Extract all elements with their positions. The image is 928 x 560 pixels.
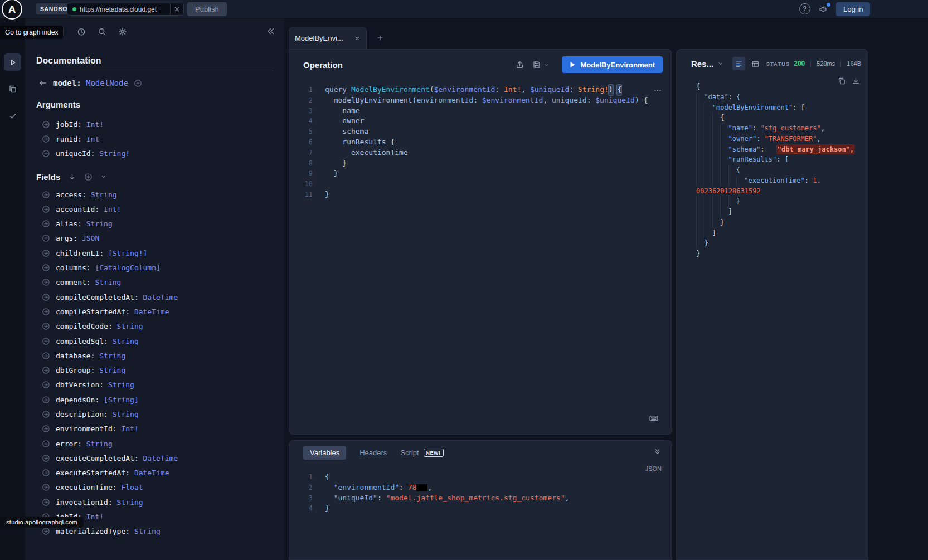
doc-field-row[interactable]: environmentId: Int!	[25, 422, 284, 436]
doc-field-row[interactable]: args: JSON	[25, 231, 284, 246]
more-options-icon[interactable]	[653, 86, 663, 95]
search-icon[interactable]	[98, 27, 106, 36]
add-field-icon[interactable]	[42, 278, 50, 286]
field-name: jobId:	[56, 120, 82, 129]
close-tab-icon[interactable]	[354, 35, 361, 42]
operation-editor[interactable]: 1query ModelByEnvironment($environmentId…	[289, 78, 672, 200]
doc-field-row[interactable]: invocationId: String	[25, 495, 284, 509]
add-field-icon[interactable]	[42, 483, 50, 491]
code-token: "TRANSFORMER"	[765, 134, 817, 144]
add-field-icon[interactable]	[42, 234, 50, 242]
doc-field-row[interactable]: childrenL1: [String!]	[25, 246, 284, 260]
tab-variables[interactable]: Variables	[303, 446, 346, 460]
chevron-down-icon[interactable]	[100, 173, 107, 180]
operation-tab[interactable]: ModelByEnvi...	[289, 27, 367, 49]
response-title[interactable]: Res...	[691, 59, 713, 69]
add-field-icon[interactable]	[42, 396, 50, 404]
copy-response-icon[interactable]	[838, 77, 846, 85]
doc-field-row[interactable]: compiledSql: String	[25, 334, 284, 348]
save-button[interactable]	[532, 60, 550, 69]
add-field-icon[interactable]	[42, 191, 50, 199]
doc-field-row[interactable]: dependsOn: [String]	[25, 392, 284, 407]
add-field-icon[interactable]	[42, 425, 50, 433]
doc-field-row[interactable]: accountId: Int!	[25, 202, 284, 216]
doc-field-row[interactable]: runId: Int	[25, 132, 284, 146]
chevron-down-icon[interactable]	[543, 62, 550, 68]
add-field-icon[interactable]	[42, 135, 50, 143]
doc-field-row[interactable]: compiledCode: String	[25, 319, 284, 334]
doc-field-row[interactable]: error: String	[25, 436, 284, 451]
history-icon[interactable]	[77, 27, 86, 36]
add-field-icon[interactable]	[42, 352, 50, 360]
sort-fields-icon[interactable]	[68, 173, 76, 181]
response-body[interactable]: {"data": {"modelByEnvironment": [{"name"…	[677, 75, 868, 259]
collapse-panel-icon[interactable]	[653, 447, 662, 456]
sidebar-item-checklist[interactable]	[4, 107, 21, 124]
field-name: childrenL1:	[56, 249, 104, 257]
left-rail	[0, 18, 25, 560]
add-field-icon[interactable]	[42, 149, 50, 158]
endpoint-url-input[interactable]: https://metadata.cloud.get	[67, 3, 184, 16]
tab-headers[interactable]: Headers	[359, 449, 387, 457]
doc-field-row[interactable]: alias: String	[25, 216, 284, 231]
add-fields-icon[interactable]	[84, 173, 93, 181]
doc-field-row[interactable]: description: String	[25, 407, 284, 421]
chevron-down-icon[interactable]	[717, 60, 724, 67]
add-field-icon[interactable]	[42, 337, 50, 345]
code-token: 1.	[813, 176, 820, 186]
add-field-icon[interactable]	[42, 264, 50, 272]
doc-field-row[interactable]: compileStartedAt: DateTime	[25, 304, 284, 319]
login-button[interactable]: Log in	[836, 2, 870, 16]
doc-field-row[interactable]: compileCompletedAt: DateTime	[25, 290, 284, 304]
add-field-icon[interactable]	[42, 410, 50, 418]
model-type[interactable]: ModelNode	[86, 79, 128, 87]
field-name: alias:	[56, 220, 82, 228]
doc-field-row[interactable]: columns: [CatalogColumn]	[25, 260, 284, 275]
add-field-icon[interactable]	[42, 205, 50, 213]
view-table-button[interactable]	[749, 57, 762, 70]
sidebar-item-schema[interactable]	[4, 80, 21, 98]
response-duration: 520ms	[810, 60, 835, 67]
collapse-docs-icon[interactable]	[266, 27, 275, 36]
add-field-icon[interactable]	[42, 308, 50, 316]
add-field-icon[interactable]	[42, 498, 50, 507]
doc-field-row[interactable]: database: String	[25, 348, 284, 363]
doc-field-row[interactable]: executionTime: Float	[25, 480, 284, 495]
doc-field-row[interactable]: jobId: Int!	[25, 117, 284, 132]
add-field-icon[interactable]	[42, 366, 50, 374]
doc-field-row[interactable]: executeStartedAt: DateTime	[25, 466, 284, 480]
variables-editor[interactable]: 1{2 "environmentId": 78,3 "uniqueId": "m…	[289, 472, 672, 514]
help-button[interactable]: ?	[799, 3, 810, 14]
add-field-icon[interactable]	[42, 469, 50, 477]
code-token: executionTime	[351, 148, 408, 158]
endpoint-settings-button[interactable]	[170, 3, 183, 15]
sidebar-item-explorer[interactable]	[4, 53, 21, 71]
doc-field-row[interactable]: access: String	[25, 187, 284, 202]
add-field-icon[interactable]	[42, 527, 50, 535]
add-field-icon[interactable]	[42, 440, 50, 448]
doc-field-row[interactable]: dbtGroup: String	[25, 363, 284, 377]
doc-field-row[interactable]: uniqueId: String!	[25, 147, 284, 161]
doc-field-row[interactable]: dbtVersion: String	[25, 378, 284, 392]
settings-gear-icon[interactable]	[118, 27, 127, 36]
tab-script[interactable]: Script	[400, 449, 419, 457]
add-field-icon[interactable]	[42, 322, 50, 330]
doc-field-row[interactable]: comment: String	[25, 275, 284, 290]
notifications-button[interactable]	[818, 4, 829, 14]
add-field-icon[interactable]	[42, 454, 50, 462]
add-field-icon[interactable]	[42, 120, 50, 129]
add-field-icon[interactable]	[42, 293, 50, 301]
keyboard-shortcuts-icon[interactable]	[648, 413, 659, 423]
run-operation-button[interactable]: ModelByEnvironment	[562, 56, 663, 73]
share-icon[interactable]	[515, 60, 524, 70]
doc-field-row[interactable]: executeCompletedAt: DateTime	[25, 451, 284, 465]
publish-button[interactable]: Publish	[187, 2, 227, 16]
add-field-icon[interactable]	[42, 249, 50, 257]
add-field-icon[interactable]	[42, 381, 50, 389]
new-tab-button[interactable]	[373, 31, 387, 45]
back-arrow-icon[interactable]	[38, 79, 47, 87]
add-all-fields-icon[interactable]	[134, 79, 142, 87]
download-response-icon[interactable]	[852, 77, 860, 85]
add-field-icon[interactable]	[42, 220, 50, 228]
view-raw-button[interactable]	[732, 57, 745, 70]
